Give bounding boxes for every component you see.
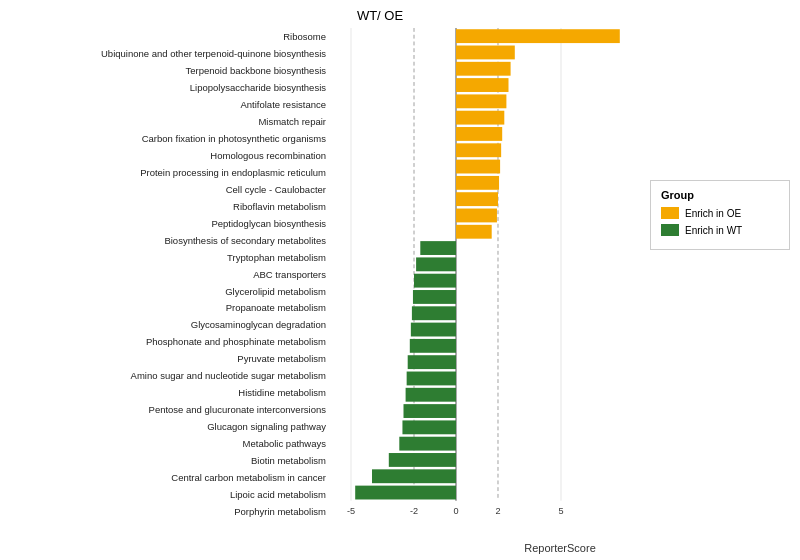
y-label: Peptidoglycan biosynthesis	[10, 215, 330, 232]
bar	[413, 290, 456, 304]
bar	[407, 372, 456, 386]
bar	[399, 437, 456, 451]
bar	[389, 453, 456, 467]
y-label: Biotin metabolism	[10, 452, 330, 469]
bar	[456, 29, 620, 43]
legend-item: Enrich in OE	[661, 207, 779, 219]
y-label: Ubiquinone and other terpenoid-quinone b…	[10, 45, 330, 62]
bar	[404, 404, 457, 418]
legend: Group Enrich in OEEnrich in WT	[650, 180, 790, 250]
y-label: Porphyrin metabolism	[10, 503, 330, 520]
x-tick-label: 2	[495, 506, 500, 516]
y-label: Central carbon metabolism in cancer	[10, 469, 330, 486]
x-tick-label: -5	[347, 506, 355, 516]
bar	[412, 306, 456, 320]
x-tick-label: -2	[410, 506, 418, 516]
x-tick-label: 5	[558, 506, 563, 516]
bar	[456, 225, 492, 239]
bar	[456, 209, 497, 223]
bar	[456, 192, 498, 206]
legend-item-label: Enrich in OE	[685, 208, 741, 219]
bar	[414, 274, 456, 288]
y-label: Pentose and glucuronate interconversions	[10, 401, 330, 418]
y-label: Riboflavin metabolism	[10, 198, 330, 215]
y-label: Amino sugar and nucleotide sugar metabol…	[10, 367, 330, 384]
y-label: ABC transporters	[10, 266, 330, 283]
bar	[456, 62, 511, 76]
y-label: Lipoic acid metabolism	[10, 486, 330, 503]
y-label: Tryptophan metabolism	[10, 249, 330, 266]
legend-item-label: Enrich in WT	[685, 225, 742, 236]
legend-color-swatch	[661, 207, 679, 219]
y-label: Homologous recombination	[10, 147, 330, 164]
bar	[416, 257, 456, 271]
x-tick-label: 0	[453, 506, 458, 516]
y-label: Histidine metabolism	[10, 384, 330, 401]
bar	[355, 486, 456, 500]
legend-item: Enrich in WT	[661, 224, 779, 236]
y-label: Protein processing in endoplasmic reticu…	[10, 164, 330, 181]
y-label: Propanoate metabolism	[10, 300, 330, 317]
bars-area: -5-2025	[330, 28, 645, 520]
y-label: Cell cycle - Caulobacter	[10, 181, 330, 198]
y-label: Phosphonate and phosphinate metabolism	[10, 333, 330, 350]
y-labels: RibosomeUbiquinone and other terpenoid-q…	[10, 28, 330, 520]
bar	[456, 176, 499, 190]
y-label: Glucagon signaling pathway	[10, 418, 330, 435]
y-label: Metabolic pathways	[10, 435, 330, 452]
bar	[402, 420, 456, 434]
x-axis-label: ReporterScore	[320, 542, 800, 554]
bar	[456, 143, 501, 157]
chart-container: WT/ OE RibosomeUbiquinone and other terp…	[0, 0, 800, 560]
bar	[456, 160, 500, 174]
y-label: Mismatch repair	[10, 113, 330, 130]
bar	[406, 388, 456, 402]
y-label: Glycosaminoglycan degradation	[10, 316, 330, 333]
bar	[372, 469, 456, 483]
bar	[456, 94, 506, 108]
bar	[456, 127, 502, 141]
y-label: Glycerolipid metabolism	[10, 283, 330, 300]
bar	[411, 323, 456, 337]
legend-items: Enrich in OEEnrich in WT	[661, 207, 779, 236]
bars-svg: -5-2025	[330, 28, 645, 520]
y-label: Antifolate resistance	[10, 96, 330, 113]
y-label: Pyruvate metabolism	[10, 350, 330, 367]
bar	[410, 339, 456, 353]
legend-title: Group	[661, 189, 779, 201]
legend-color-swatch	[661, 224, 679, 236]
bar	[420, 241, 456, 255]
y-label: Ribosome	[10, 28, 330, 45]
chart-title: WT/ OE	[0, 0, 800, 23]
y-label: Carbon fixation in photosynthetic organi…	[10, 130, 330, 147]
chart-area: RibosomeUbiquinone and other terpenoid-q…	[10, 28, 645, 520]
y-label: Biosynthesis of secondary metabolites	[10, 232, 330, 249]
y-label: Lipopolysaccharide biosynthesis	[10, 79, 330, 96]
bar	[456, 46, 515, 60]
bar	[408, 355, 456, 369]
y-label: Terpenoid backbone biosynthesis	[10, 62, 330, 79]
bar	[456, 78, 509, 92]
bar	[456, 111, 504, 125]
